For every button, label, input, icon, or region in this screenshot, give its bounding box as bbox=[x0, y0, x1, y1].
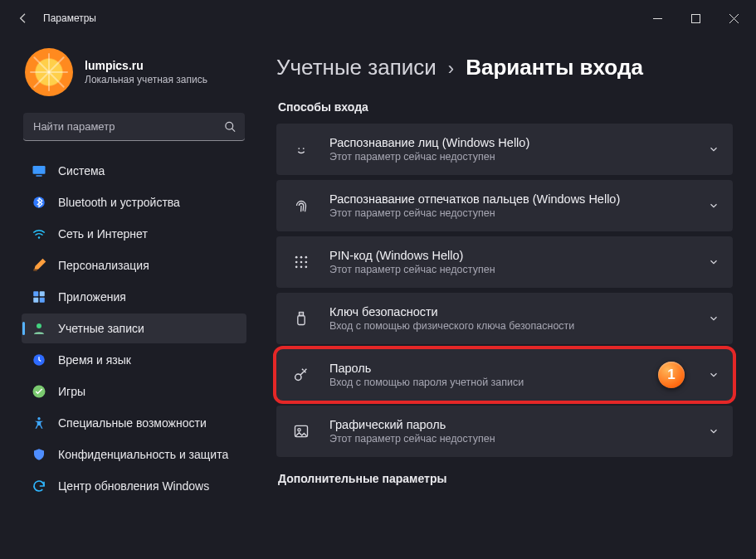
svg-rect-27 bbox=[298, 316, 305, 325]
sidebar-item-label: Учетные записи bbox=[58, 322, 144, 335]
svg-rect-30 bbox=[301, 314, 302, 314]
sidebar-item-network[interactable]: Сеть и Интернет bbox=[22, 219, 246, 249]
signin-options-list: Распознавание лиц (Windows Hello) Этот п… bbox=[276, 124, 733, 457]
breadcrumb-separator: › bbox=[448, 58, 454, 80]
option-pin[interactable]: PIN-код (Windows Hello) Этот параметр се… bbox=[276, 236, 733, 288]
svg-point-6 bbox=[38, 236, 40, 238]
sidebar-item-privacy[interactable]: Конфиденциальность и защита bbox=[22, 440, 246, 469]
svg-point-26 bbox=[305, 266, 308, 269]
svg-point-33 bbox=[298, 429, 300, 431]
breadcrumb-parent[interactable]: Учетные записи bbox=[276, 55, 437, 80]
nav: Система Bluetooth и устройства Сеть и Ин… bbox=[22, 156, 246, 501]
content: Учетные записи › Варианты входа Способы … bbox=[253, 36, 756, 559]
option-picture-password[interactable]: Графический пароль Этот параметр сейчас … bbox=[276, 406, 733, 457]
svg-rect-4 bbox=[36, 175, 42, 177]
avatar bbox=[25, 48, 73, 96]
sidebar-item-time[interactable]: Время и язык bbox=[22, 345, 246, 375]
accessibility-icon bbox=[32, 416, 46, 430]
svg-rect-11 bbox=[40, 298, 45, 303]
option-pin-title: PIN-код (Windows Hello) bbox=[329, 249, 691, 262]
breadcrumb: Учетные записи › Варианты входа bbox=[276, 55, 733, 80]
apps-icon bbox=[32, 289, 46, 304]
pin-icon bbox=[290, 254, 313, 270]
svg-rect-28 bbox=[300, 313, 304, 316]
personalization-icon bbox=[32, 258, 46, 273]
chevron-down-icon bbox=[708, 143, 719, 155]
svg-point-20 bbox=[305, 256, 308, 259]
sidebar-item-personalization[interactable]: Персонализация bbox=[22, 250, 246, 280]
svg-point-16 bbox=[298, 148, 300, 149]
picture-icon bbox=[290, 423, 313, 440]
search-input[interactable] bbox=[23, 113, 245, 141]
chevron-down-icon bbox=[708, 256, 719, 268]
svg-rect-10 bbox=[33, 298, 38, 303]
maximize-button[interactable] bbox=[676, 5, 715, 32]
svg-point-25 bbox=[300, 266, 303, 269]
sidebar-item-gaming[interactable]: Игры bbox=[22, 377, 246, 406]
option-picture-sub: Этот параметр сейчас недоступен bbox=[329, 433, 691, 445]
svg-rect-7 bbox=[33, 270, 37, 271]
time-icon bbox=[32, 352, 46, 367]
option-face[interactable]: Распознавание лиц (Windows Hello) Этот п… bbox=[276, 124, 733, 175]
section-signin-methods: Способы входа bbox=[278, 100, 733, 114]
svg-rect-1 bbox=[691, 14, 700, 22]
profile-name: lumpics.ru bbox=[85, 59, 207, 72]
privacy-icon bbox=[32, 447, 46, 462]
sidebar-item-system[interactable]: Система bbox=[22, 156, 246, 186]
option-security-key[interactable]: Ключ безопасности Вход с помощью физичес… bbox=[276, 293, 733, 344]
svg-point-23 bbox=[305, 261, 308, 264]
close-button[interactable] bbox=[715, 5, 753, 32]
chevron-down-icon bbox=[708, 425, 719, 437]
svg-rect-3 bbox=[33, 166, 46, 174]
profile-block[interactable]: lumpics.ru Локальная учетная запись bbox=[22, 48, 246, 96]
option-key-title: Ключ безопасности bbox=[329, 305, 691, 318]
network-icon bbox=[32, 226, 46, 241]
fingerprint-icon bbox=[290, 197, 313, 215]
svg-point-24 bbox=[295, 266, 298, 269]
sidebar-item-bluetooth[interactable]: Bluetooth и устройства bbox=[22, 187, 246, 217]
key-icon bbox=[290, 366, 313, 384]
sidebar-item-update[interactable]: Центр обновления Windows bbox=[22, 471, 246, 501]
svg-point-2 bbox=[226, 122, 233, 129]
sidebar-item-accounts[interactable]: Учетные записи bbox=[22, 314, 246, 343]
gaming-icon bbox=[32, 384, 46, 399]
sidebar-item-label: Центр обновления Windows bbox=[58, 479, 209, 493]
svg-rect-9 bbox=[40, 291, 45, 296]
sidebar-item-accessibility[interactable]: Специальные возможности bbox=[22, 408, 246, 438]
option-password-title: Пароль bbox=[329, 362, 641, 375]
svg-point-17 bbox=[303, 148, 305, 149]
accounts-icon bbox=[32, 321, 46, 336]
svg-point-15 bbox=[37, 417, 40, 420]
usb-key-icon bbox=[290, 310, 313, 327]
svg-point-18 bbox=[295, 256, 298, 259]
window-title: Параметры bbox=[43, 12, 96, 24]
sidebar-item-label: Игры bbox=[58, 385, 85, 398]
sidebar-item-label: Приложения bbox=[58, 290, 126, 304]
minimize-button[interactable] bbox=[638, 5, 676, 32]
sidebar-item-label: Сеть и Интернет bbox=[58, 227, 148, 241]
search-box[interactable] bbox=[23, 113, 245, 141]
profile-sub: Локальная учетная запись bbox=[85, 74, 207, 85]
section-additional: Дополнительные параметры bbox=[278, 472, 733, 485]
update-icon bbox=[32, 479, 46, 493]
svg-point-21 bbox=[295, 261, 298, 264]
option-face-sub: Этот параметр сейчас недоступен bbox=[329, 151, 691, 163]
option-face-title: Распознавание лиц (Windows Hello) bbox=[329, 136, 691, 149]
svg-point-19 bbox=[300, 256, 303, 259]
chevron-down-icon bbox=[708, 369, 719, 381]
chevron-down-icon bbox=[708, 313, 719, 324]
svg-point-31 bbox=[295, 374, 301, 380]
sidebar-item-label: Система bbox=[58, 164, 105, 177]
sidebar-item-apps[interactable]: Приложения bbox=[22, 282, 246, 312]
option-key-sub: Вход с помощью физического ключа безопас… bbox=[329, 320, 691, 332]
search-icon bbox=[224, 121, 237, 134]
back-button[interactable] bbox=[13, 8, 33, 28]
bluetooth-icon bbox=[32, 195, 46, 210]
sidebar: lumpics.ru Локальная учетная запись Сист… bbox=[0, 36, 253, 559]
option-password[interactable]: Пароль Вход с помощью пароля учетной зап… bbox=[276, 349, 733, 401]
sidebar-item-label: Специальные возможности bbox=[58, 416, 207, 430]
sidebar-item-label: Конфиденциальность и защита bbox=[58, 448, 228, 461]
option-password-wrapper: Пароль Вход с помощью пароля учетной зап… bbox=[276, 349, 733, 401]
option-fingerprint[interactable]: Распознавание отпечатков пальцев (Window… bbox=[276, 180, 733, 231]
face-icon bbox=[290, 140, 313, 158]
